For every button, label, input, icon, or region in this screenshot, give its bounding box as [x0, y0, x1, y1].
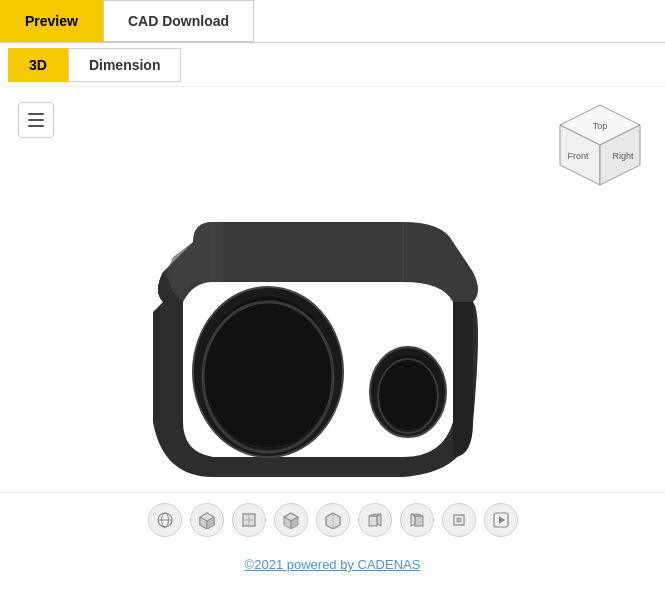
menu-lines-icon [28, 113, 44, 127]
svg-point-7 [203, 297, 333, 447]
svg-text:Top: Top [593, 121, 608, 131]
viewport: Top Front Right [0, 87, 665, 547]
toolbar-btn-view-front[interactable] [232, 503, 266, 537]
menu-button[interactable] [18, 102, 54, 138]
cadenas-link[interactable]: ©2021 powered by CADENAS [245, 557, 421, 572]
bottom-toolbar [0, 492, 665, 547]
nav-cube[interactable]: Top Front Right [550, 97, 650, 197]
menu-line-2 [28, 119, 44, 121]
svg-text:Front: Front [567, 151, 589, 161]
toolbar-btn-view-bottom[interactable] [316, 503, 350, 537]
svg-marker-38 [499, 516, 505, 524]
toolbar-btn-expand[interactable] [484, 503, 518, 537]
svg-rect-29 [369, 516, 377, 526]
tab-dimension[interactable]: Dimension [68, 48, 182, 82]
primary-tab-bar: Preview CAD Download [0, 0, 665, 43]
tab-cad-download[interactable]: CAD Download [103, 0, 254, 42]
menu-line-3 [28, 125, 44, 127]
svg-text:Right: Right [612, 151, 634, 161]
toolbar-btn-rotate[interactable] [148, 503, 182, 537]
tab-3d[interactable]: 3D [8, 48, 68, 82]
toolbar-btn-view-right[interactable] [400, 503, 434, 537]
toolbar-btn-view-back[interactable] [442, 503, 476, 537]
footer: ©2021 powered by CADENAS [0, 547, 665, 582]
secondary-tab-bar: 3D Dimension [0, 43, 665, 87]
toolbar-btn-view-iso[interactable] [190, 503, 224, 537]
menu-line-1 [28, 113, 44, 115]
svg-point-10 [378, 355, 438, 429]
3d-object-area [60, 137, 545, 507]
tab-preview[interactable]: Preview [0, 0, 103, 42]
toolbar-btn-view-left[interactable] [358, 503, 392, 537]
toolbar-btn-view-top[interactable] [274, 503, 308, 537]
svg-rect-32 [415, 516, 423, 526]
svg-rect-36 [457, 518, 461, 522]
